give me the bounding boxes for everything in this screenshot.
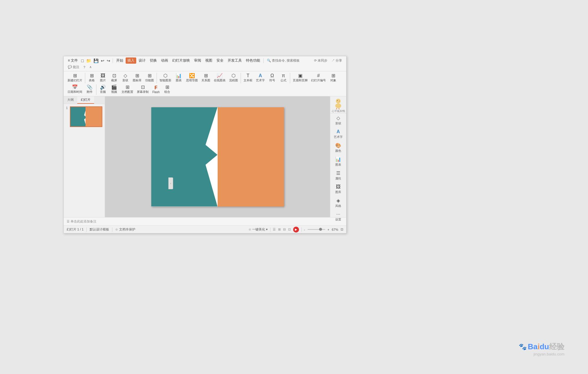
template-label: 默认设计模板	[90, 227, 109, 232]
sidebar-property-btn[interactable]: ☰ 属性	[330, 169, 346, 182]
menu-slideshow[interactable]: 幻灯片放映	[170, 57, 192, 64]
flash-btn[interactable]: F Flash	[151, 85, 161, 95]
smart-shape-btn[interactable]: ⬡ 智能图形	[158, 73, 173, 83]
slide-canvas	[151, 107, 284, 207]
zoom-slider[interactable]	[308, 229, 325, 230]
beautify-btn[interactable]: ⊙ 一键美化 ▾	[249, 227, 268, 232]
sidebar-settings-btn[interactable]: ··· 设置	[330, 210, 346, 223]
datetime-btn[interactable]: 📅 日期和时间	[66, 84, 84, 95]
quick-new[interactable]: □	[80, 58, 84, 64]
header-footer-btn[interactable]: ▣ 页眉和页脚	[291, 73, 309, 83]
left-panel: 大纲 幻灯片 1	[64, 96, 105, 217]
slider-track	[308, 229, 325, 230]
sidebar-arttext-btn[interactable]: A 艺术字	[330, 127, 346, 141]
quick-open[interactable]: 📁	[85, 58, 92, 64]
attachment-btn[interactable]: 📎 附件	[84, 84, 95, 95]
screenshot-btn[interactable]: ⊡ 截屏	[109, 73, 119, 83]
menu-design[interactable]: 设计	[137, 57, 147, 64]
quick-redo[interactable]: ↪	[106, 58, 111, 64]
mindmap-btn[interactable]: 🔀 思维导图	[185, 73, 199, 83]
share-btn[interactable]: ↗ 分享	[330, 58, 344, 63]
screen-record-btn[interactable]: ⊡ 屏幕录制	[135, 84, 150, 95]
image-label: 图片	[100, 78, 106, 83]
smart-shape-label: 智能图形	[160, 78, 171, 83]
add-note-bar[interactable]: ☰ 单击此处添加备注	[64, 217, 346, 225]
fit-screen-btn[interactable]: ⊡	[341, 228, 343, 231]
sync-btn[interactable]: ⟳ 未同步	[312, 58, 329, 63]
collapse-ribbon-btn[interactable]: ∧	[88, 65, 93, 70]
zoom-level: 67%	[332, 228, 338, 231]
extra-btn[interactable]: ⊞ 组合	[162, 84, 173, 95]
symbol-btn[interactable]: Ω 符号	[267, 73, 277, 83]
flowchart-icon: ⬡	[231, 73, 236, 78]
quick-save[interactable]: 💾	[93, 58, 99, 64]
video-label: 视频	[111, 90, 117, 94]
view-icon-grid[interactable]: ⊞	[278, 228, 281, 231]
menu-special[interactable]: 特色功能	[244, 57, 262, 64]
online-chart-btn[interactable]: 📈 在线图表	[212, 73, 227, 83]
view-icon-read[interactable]: ⊡	[288, 228, 291, 231]
relation-btn[interactable]: ⊞ 关系图	[200, 73, 212, 83]
chart-btn[interactable]: 📊 图表	[173, 73, 184, 83]
slide-thumbnail-1[interactable]	[70, 106, 102, 127]
view-icon-outline[interactable]: ⊟	[283, 228, 286, 231]
help-btn[interactable]: ?	[82, 65, 87, 70]
thumb-shape-orange	[86, 107, 102, 127]
image-btn[interactable]: 🖼 图片	[98, 73, 108, 83]
sidebar-style-btn[interactable]: ◈ 风格	[330, 196, 346, 210]
slide-num-btn[interactable]: # 幻灯片编号	[310, 73, 327, 83]
smart-shape-icon: ⬡	[163, 73, 167, 78]
shape-btn[interactable]: ◇ 形状	[120, 73, 131, 83]
sidebar-settings-label: 设置	[335, 218, 341, 222]
view-icon-normal[interactable]: ☰	[273, 228, 276, 231]
icon-lib-label: 图标库	[133, 78, 142, 83]
tab-slides[interactable]: 幻灯片	[77, 96, 94, 104]
menu-dev[interactable]: 开发工具	[226, 57, 244, 64]
audio-btn[interactable]: 🔊 音频	[98, 84, 108, 95]
menu-file[interactable]: ≡ 文件	[66, 57, 80, 64]
object-btn[interactable]: ⊞ 对象	[328, 73, 339, 83]
menu-insert[interactable]: 插入	[126, 57, 136, 64]
menu-home[interactable]: 开始	[114, 57, 125, 64]
arttext-btn[interactable]: A 艺术字	[254, 73, 266, 83]
toolbar-sep5	[96, 84, 96, 95]
function-btn[interactable]: ⊞ 功能图	[144, 73, 155, 83]
play-slideshow-btn[interactable]: ▶	[293, 227, 299, 233]
textbox-btn[interactable]: T 文本框	[242, 73, 254, 83]
search-cmd[interactable]: 🔍 查找命令, 搜索模板	[265, 58, 301, 63]
zoom-in-btn[interactable]: +	[328, 228, 329, 231]
new-slide-label: 新建幻灯片	[68, 78, 82, 83]
new-slide-btn[interactable]: ⊞ 新建幻灯片	[66, 73, 84, 83]
tab-outline[interactable]: 大纲	[64, 96, 77, 104]
datetime-icon: 📅	[72, 85, 78, 90]
app-window: ≡ 文件 □ 📁 💾 ↩ ↪ 开始 插入 设计 切换 动画 幻灯片放映 审阅 视…	[63, 56, 346, 233]
character-area: 心平氣和鴨	[330, 98, 346, 113]
zoom-out-btn[interactable]: -	[304, 228, 305, 231]
table-label: 表格	[89, 78, 95, 83]
table-btn[interactable]: ⊞ 表格	[86, 73, 97, 83]
sidebar-shape-btn[interactable]: ◇ 形状	[330, 113, 346, 127]
canvas-area[interactable]	[105, 96, 330, 217]
menu-view[interactable]: 视图	[203, 57, 214, 64]
status-right: ⊙ 一键美化 ▾ ☰ ⊞ ⊟ ⊡ ▶ - + 67% ⊡	[249, 227, 343, 233]
sidebar-chart-btn[interactable]: 📊 图表	[330, 155, 346, 169]
quick-undo[interactable]: ↩	[100, 58, 105, 64]
toolbar-sep4	[290, 73, 290, 83]
comment-btn[interactable]: 💬 批注	[66, 64, 81, 70]
sidebar-imglib-btn[interactable]: 🖼 图库	[330, 182, 346, 196]
menu-transition[interactable]: 切换	[148, 57, 159, 64]
formula-icon: π	[282, 73, 285, 78]
toolbar: ⊞ 新建幻灯片 ⊞ 表格 🖼 图片 ⊡ 截屏 ◇ 形状 ⊞ 图标库 ⊞ 功能图	[64, 71, 346, 96]
doc-settings-btn[interactable]: ⊞ 文档配置	[120, 84, 135, 95]
sidebar-color-btn[interactable]: 🎨 颜色	[330, 141, 346, 155]
sidebar-shape-label: 形状	[335, 121, 341, 126]
video-btn[interactable]: 🎬 视频	[109, 84, 119, 95]
menu-review[interactable]: 审阅	[192, 57, 203, 64]
icon-lib-btn[interactable]: ⊞ 图标库	[131, 73, 143, 83]
menu-animate[interactable]: 动画	[159, 57, 170, 64]
object-icon: ⊞	[331, 73, 335, 78]
menu-security[interactable]: 安全	[215, 57, 225, 64]
panel-collapse-btn[interactable]: ‹	[168, 177, 173, 189]
formula-btn[interactable]: π 公式	[278, 73, 289, 83]
flowchart-btn[interactable]: ⬡ 流程图	[228, 73, 239, 83]
